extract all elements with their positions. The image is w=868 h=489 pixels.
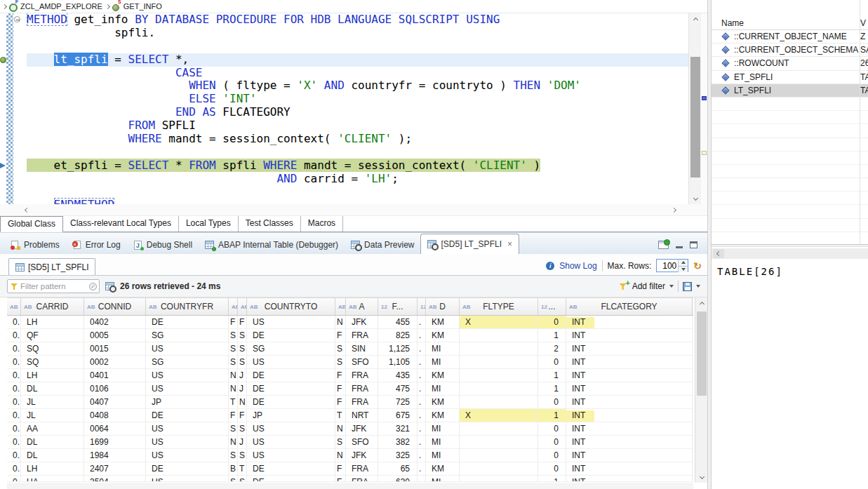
table-row[interactable]: 0.LH0402DEFFUSNJFK455.KMX0INT — [7, 316, 693, 329]
column-divider[interactable] — [860, 0, 860, 244]
variable-row[interactable]: ET_SPFLITA — [712, 71, 868, 84]
table-cell: . — [418, 436, 426, 448]
maximize-icon[interactable] — [690, 241, 697, 248]
annotation-ruler[interactable] — [0, 13, 6, 204]
table-row[interactable]: 0.DL1699USNJUSSSFO382.MI0INT — [7, 436, 693, 449]
grid-horizontal-scrollbar[interactable] — [7, 483, 693, 489]
page-tab-global-class[interactable]: Global Class — [0, 216, 63, 232]
column-header-narrow[interactable]: AB — [238, 298, 247, 315]
column-header-CARRID[interactable]: ABCARRID — [21, 298, 84, 315]
column-header-F...[interactable]: 12F... — [378, 298, 418, 315]
table-cell: 1 — [538, 409, 566, 422]
table-row[interactable]: 0.DL0106USNJDEFFRA475.MI1INT — [7, 382, 693, 396]
fold-ruler[interactable] — [13, 13, 22, 204]
value-column-header[interactable]: V — [860, 18, 868, 28]
page-tab-local-types[interactable]: Local Types — [179, 216, 239, 232]
code-lines[interactable]: METHOD get_info BY DATABASE PROCEDURE FO… — [22, 13, 688, 204]
add-filter-button[interactable]: Add filter — [632, 281, 665, 291]
add-filter-caret-icon[interactable] — [669, 285, 674, 288]
variable-row[interactable]: ::CURRENT_OBJECT_NAMEZ — [712, 30, 868, 43]
view-tab-data-preview[interactable]: Data Preview — [345, 236, 420, 254]
variable-row[interactable]: LT_SPFLITA — [712, 84, 868, 98]
scroll-up-icon[interactable] — [689, 15, 702, 25]
table-row[interactable]: 0.LH0401USNJDEFFRA435.KM1INT — [7, 369, 693, 382]
filter-input[interactable] — [20, 282, 86, 290]
column-header-CONNID[interactable]: ABCONNID — [84, 298, 146, 315]
scroll-left-icon[interactable] — [713, 249, 724, 258]
column-header-narrow[interactable]: AB — [7, 298, 21, 315]
scroll-right-icon[interactable] — [668, 206, 679, 215]
scroll-down-icon[interactable] — [689, 193, 702, 203]
view-tab-error-log[interactable]: xError Log — [66, 236, 127, 254]
table-row[interactable]: 0.JL0408DEFFJPTNRT675.KMX1INT — [7, 409, 693, 422]
table-cell: 630 — [378, 476, 418, 481]
column-header-narrow[interactable]: AB — [335, 298, 346, 315]
save-icon[interactable] — [683, 282, 692, 291]
overview-marker-icon[interactable] — [702, 96, 707, 100]
detail-horizontal-scrollbar[interactable] — [712, 248, 868, 259]
column-header-COUNTRYTO[interactable]: ABCOUNTRYTO — [247, 298, 335, 315]
page-tab-test-classes[interactable]: Test Classes — [239, 216, 301, 232]
result-tab[interactable]: [SD5] LT_SPFLI — [8, 258, 95, 275]
breadcrumb-item[interactable]: GET_INFO — [122, 2, 163, 11]
table-row[interactable]: 0.SQ0002SGSSUSSSFO1,105.MI0INT — [7, 356, 693, 369]
grid-header: ABABCARRIDABCONNIDABCOUNTRYFRABABABCOUNT… — [7, 297, 693, 316]
editor-vertical-scrollbar[interactable] — [688, 13, 701, 204]
scroll-down-icon[interactable] — [695, 471, 707, 481]
code-editor[interactable]: METHOD get_info BY DATABASE PROCEDURE FO… — [0, 13, 707, 204]
grid-vertical-scrollbar[interactable] — [695, 297, 707, 483]
code-line: END AS FLCATEGORY — [27, 106, 688, 119]
spinner-up-icon[interactable] — [679, 260, 688, 266]
table-cell: MI — [426, 342, 460, 355]
table-row[interactable]: 0.QF0005SGSSDEFFRA825.KM1INT — [7, 329, 693, 342]
overview-ruler[interactable] — [701, 13, 707, 204]
minimize-icon[interactable] — [676, 246, 683, 248]
breakpoint-icon[interactable] — [0, 57, 6, 63]
table-cell: SFO — [346, 436, 378, 448]
editor-horizontal-scrollbar[interactable] — [0, 204, 707, 216]
pin-view-icon[interactable] — [658, 241, 669, 249]
scrollbar-thumb[interactable] — [690, 57, 700, 177]
table-cell: S — [238, 449, 247, 462]
variable-name: ET_SPFLI — [734, 72, 860, 82]
spinner-down-icon[interactable] — [679, 266, 688, 272]
scroll-up-icon[interactable] — [695, 299, 707, 309]
scrollbar-thumb[interactable] — [697, 312, 707, 396]
column-header-A[interactable]: ABA — [346, 298, 378, 315]
variable-icon — [721, 32, 729, 40]
column-header-COUNTRYFR[interactable]: ABCOUNTRYFR — [146, 298, 229, 315]
page-tab-macros[interactable]: Macros — [301, 216, 343, 232]
name-column-header[interactable]: Name — [712, 18, 860, 28]
variable-row[interactable]: ::CURRENT_OBJECT_SCHEMASA — [712, 43, 868, 57]
view-tab--sd5-lt-spfli[interactable]: [SD5] LT_SPFLI× — [420, 234, 519, 254]
table-row[interactable]: 0.DL1984USSSUSNJFK325.MI0INT — [7, 449, 693, 462]
column-header-D[interactable]: ABD — [426, 298, 460, 315]
table-row[interactable]: 0.LH2407DEBTDEFFRA65.KM0INT — [7, 462, 693, 476]
variable-row[interactable]: ::ROWCOUNT26 — [712, 57, 868, 70]
refresh-icon[interactable]: ↻ — [693, 261, 702, 271]
table-row[interactable]: 0.JL0407JPTNDEFFRA725.KM0INT — [7, 396, 693, 409]
view-tab-debug-shell[interactable]: JDebug Shell — [127, 236, 199, 254]
save-caret-icon[interactable] — [696, 285, 700, 288]
show-log-button[interactable]: Show Log — [559, 261, 596, 271]
breadcrumb-item[interactable]: ZCL_AMDP_EXPLORE — [19, 2, 104, 11]
variables-tree[interactable]: Name V ::CURRENT_OBJECT_NAMEZ::CURRENT_O… — [712, 0, 868, 244]
view-tab-abap-internal-table-debugger-[interactable]: ABAP Internal Table (Debugger) — [199, 236, 345, 254]
close-icon[interactable]: × — [507, 239, 512, 249]
table-row[interactable]: 0.UA3504USSSDEFFRA630.MI1INT — [7, 476, 693, 482]
column-header-narrow[interactable]: AB — [229, 298, 238, 315]
filter-check-icon[interactable]: ✓ — [89, 283, 97, 290]
column-header-narrow[interactable]: 12 — [418, 298, 426, 315]
page-tab-class-relevant-local-types[interactable]: Class-relevant Local Types — [63, 216, 179, 232]
column-header-FLCATEGORY[interactable]: ABFLCATEGORY — [566, 298, 693, 315]
scroll-left-icon[interactable] — [21, 206, 32, 215]
table-row[interactable]: 0.AA0064USSSUSNJFK321.MI0INT — [7, 422, 693, 436]
table-row[interactable]: 0.SQ0015USSSSGSSIN1,125.MI2INT — [7, 342, 693, 356]
column-header-FLTYPE[interactable]: ABFLTYPE — [460, 298, 538, 315]
column-header-...[interactable]: 12... — [538, 298, 566, 315]
max-rows-input[interactable] — [657, 261, 678, 271]
view-tab-problems[interactable]: Problems — [4, 236, 66, 254]
overview-marker-icon[interactable] — [702, 151, 707, 155]
collapse-icon[interactable] — [14, 16, 20, 22]
detail-splitter[interactable] — [712, 244, 868, 247]
